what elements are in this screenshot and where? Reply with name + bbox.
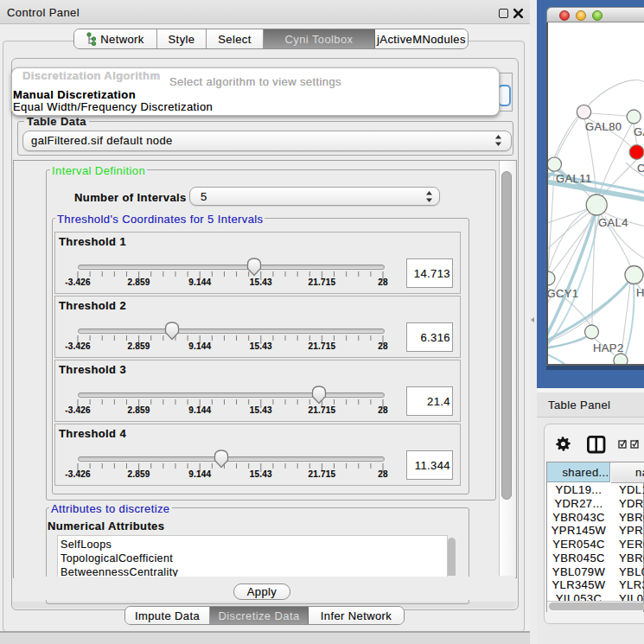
svg-text:GAL80: GAL80 — [585, 120, 622, 133]
svg-text:GA: GA — [634, 125, 644, 138]
svg-text:HAP2: HAP2 — [593, 341, 624, 354]
svg-text:GCY1: GCY1 — [548, 287, 579, 300]
svg-text:C: C — [637, 162, 644, 175]
svg-text:GAL11: GAL11 — [556, 172, 592, 185]
svg-text:GAL4: GAL4 — [598, 216, 628, 229]
svg-text:H: H — [636, 286, 644, 299]
